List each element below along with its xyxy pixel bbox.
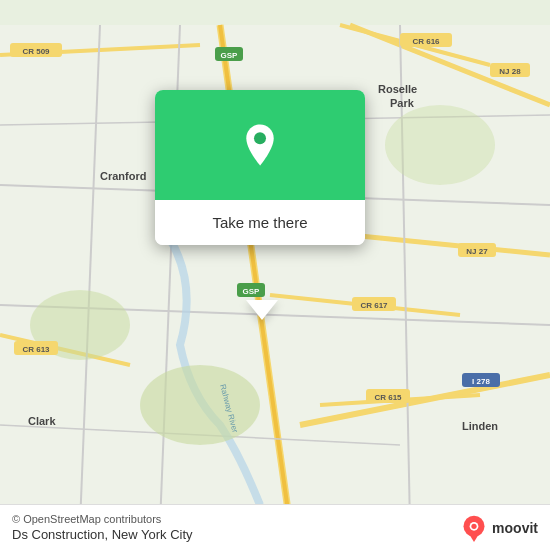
map-attribution: © OpenStreetMap contributors — [12, 513, 193, 525]
svg-text:NJ 27: NJ 27 — [466, 247, 488, 256]
map-background: CR 509 CR 616 GSP GSP NJ 28 NJ 27 CR 617… — [0, 0, 550, 550]
svg-text:NJ 28: NJ 28 — [499, 67, 521, 76]
moovit-text: moovit — [492, 520, 538, 536]
moovit-logo: moovit — [460, 514, 538, 542]
place-name: Ds Construction, New York City — [12, 527, 193, 542]
bottom-bar: © OpenStreetMap contributors Ds Construc… — [0, 504, 550, 550]
svg-text:GSP: GSP — [221, 51, 239, 60]
svg-point-50 — [471, 523, 476, 528]
svg-point-20 — [385, 105, 495, 185]
svg-text:CR 617: CR 617 — [360, 301, 388, 310]
svg-text:CR 616: CR 616 — [412, 37, 440, 46]
svg-text:Clark: Clark — [28, 415, 56, 427]
svg-text:GSP: GSP — [243, 287, 261, 296]
popup-header — [155, 90, 365, 200]
svg-text:CR 613: CR 613 — [22, 345, 50, 354]
svg-point-47 — [254, 132, 266, 144]
location-pin-icon — [236, 121, 284, 169]
map-container: CR 509 CR 616 GSP GSP NJ 28 NJ 27 CR 617… — [0, 0, 550, 550]
svg-text:CR 615: CR 615 — [374, 393, 402, 402]
svg-text:Roselle: Roselle — [378, 83, 417, 95]
bottom-bar-left: © OpenStreetMap contributors Ds Construc… — [12, 513, 193, 542]
svg-text:Park: Park — [390, 97, 415, 109]
svg-text:I 278: I 278 — [472, 377, 490, 386]
svg-text:Cranford: Cranford — [100, 170, 146, 182]
popup-arrow — [246, 300, 278, 320]
svg-text:CR 509: CR 509 — [22, 47, 50, 56]
moovit-icon — [460, 514, 488, 542]
take-me-there-button[interactable]: Take me there — [155, 200, 365, 245]
popup-card: Take me there — [155, 90, 365, 245]
svg-point-18 — [140, 365, 260, 445]
svg-text:Linden: Linden — [462, 420, 498, 432]
